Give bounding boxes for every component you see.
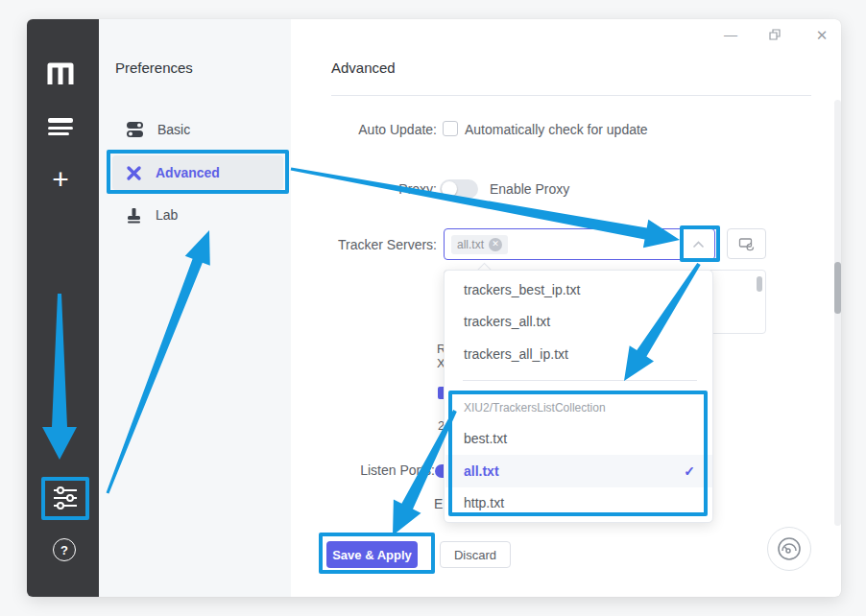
title-divider: [331, 95, 811, 96]
discard-button[interactable]: Discard: [440, 541, 511, 568]
tag-remove-icon[interactable]: ✕: [489, 238, 502, 251]
select-collapse-icon[interactable]: [692, 241, 705, 249]
proxy-toggle[interactable]: [440, 179, 478, 199]
dropdown-group-label: XIU2/TrackersListCollection: [464, 401, 606, 415]
dropdown-item[interactable]: trackers_all.txt: [445, 305, 712, 338]
toggles-icon: [126, 121, 144, 138]
help-icon[interactable]: ?: [53, 538, 76, 561]
auto-update-checkbox[interactable]: [443, 121, 458, 136]
speed-limit-button[interactable]: [767, 527, 811, 571]
chevron-up-icon: [692, 241, 705, 249]
dropdown-item-label: trackers_all.txt: [464, 314, 550, 329]
hidden-text-fragment: E: [434, 496, 444, 511]
preferences-title: Preferences: [115, 59, 193, 76]
page-title: Advanced: [331, 59, 396, 76]
dropdown-item[interactable]: trackers_best_ip.txt: [445, 273, 712, 306]
minimize-button[interactable]: —: [722, 26, 739, 43]
dropdown-item-selected[interactable]: all.txt ✓: [445, 455, 712, 487]
motrix-logo-icon[interactable]: [44, 57, 77, 89]
dropdown-item[interactable]: trackers_all_ip.txt: [445, 338, 712, 370]
task-list-glyph: [48, 116, 73, 135]
listen-ports-label: Listen Ports:: [317, 462, 435, 478]
dropdown-item[interactable]: http.txt: [445, 486, 712, 519]
auto-update-text: Automatically check for update: [465, 122, 648, 137]
proxy-text: Enable Proxy: [490, 181, 569, 197]
save-apply-button[interactable]: Save & Apply: [326, 541, 418, 568]
sidebar-item-basic[interactable]: Basic: [120, 115, 274, 144]
close-button[interactable]: ✕: [813, 26, 830, 43]
tracker-servers-label: Tracker Servers:: [317, 237, 437, 252]
toggle-knob: [442, 181, 457, 197]
lab-icon: [126, 207, 142, 224]
task-list-icon[interactable]: [48, 116, 73, 135]
sidebar-item-label: Advanced: [156, 165, 220, 180]
motrix-logo-glyph: [46, 59, 75, 86]
gauge-icon: [775, 534, 804, 563]
dropdown-divider: [463, 380, 697, 381]
sync-icon: [738, 237, 755, 251]
preferences-sliders-icon[interactable]: [52, 486, 79, 510]
tools-icon: [126, 165, 142, 181]
auto-update-label: Auto Update:: [317, 122, 437, 137]
check-icon: ✓: [684, 463, 695, 479]
tag-label: all.txt: [457, 238, 484, 251]
dropdown-item-label: http.txt: [464, 495, 504, 510]
dropdown-item-label: all.txt: [464, 463, 499, 479]
tracker-dropdown: trackers_best_ip.txt trackers_all.txt tr…: [444, 270, 713, 523]
maximize-button[interactable]: [766, 26, 783, 43]
add-task-icon[interactable]: +: [46, 163, 75, 196]
sliders-glyph: [52, 486, 79, 510]
preferences-panel: [99, 19, 291, 597]
sidebar-item-advanced[interactable]: Advanced: [112, 155, 283, 190]
sidebar-item-label: Lab: [156, 207, 178, 223]
tracker-servers-select[interactable]: all.txt ✕: [444, 228, 715, 260]
dropdown-item-label: trackers_best_ip.txt: [464, 282, 580, 297]
main-scrollbar-thumb[interactable]: [834, 262, 841, 314]
proxy-label: Proxy:: [317, 181, 437, 197]
sync-trackers-button[interactable]: [727, 228, 766, 259]
maximize-restore-icon: [769, 29, 781, 40]
dropdown-item-label: best.txt: [464, 431, 507, 446]
dropdown-item-label: trackers_all_ip.txt: [464, 346, 568, 362]
sidebar-item-label: Basic: [157, 122, 190, 137]
sidebar-item-lab[interactable]: Lab: [120, 201, 274, 229]
textarea-scrollbar-thumb[interactable]: [757, 276, 762, 292]
selected-tracker-tag: all.txt ✕: [451, 235, 508, 254]
dropdown-item[interactable]: best.txt: [445, 422, 712, 455]
